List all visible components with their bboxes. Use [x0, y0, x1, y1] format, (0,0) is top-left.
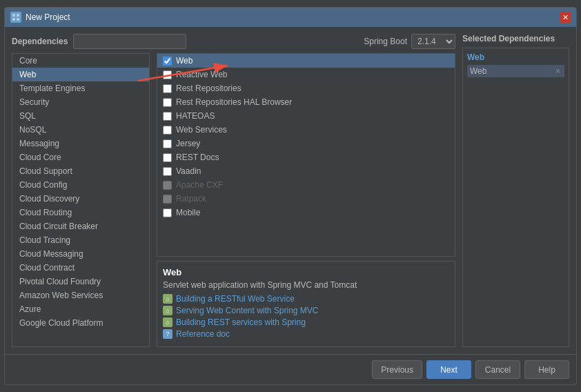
titlebar-title: New Project [26, 12, 70, 22]
option-item-reactive-web[interactable]: Reactive Web [157, 68, 455, 81]
option-label-rest-docs: REST Docs [176, 153, 219, 162]
dep-item-template-engines[interactable]: Template Engines [12, 81, 149, 95]
help-button[interactable]: Help [524, 360, 569, 379]
guide-icon: ⌂ [163, 317, 173, 327]
svg-rect-0 [12, 14, 15, 17]
spring-boot-select[interactable]: 2.1.42.1.32.0.91.5.19 [411, 34, 455, 49]
option-item-ratpack[interactable]: Ratpack [157, 192, 455, 206]
dep-item-cloud-discovery[interactable]: Cloud Discovery [12, 192, 149, 206]
checkbox-apache-cxf[interactable] [163, 181, 172, 190]
desc-link-2: ⌂Building REST services with Spring [163, 317, 449, 327]
selected-header: Selected Dependencies [462, 34, 569, 43]
option-label-rest-repositories-hal: Rest Repositories HAL Browser [176, 97, 292, 107]
checkbox-vaadin[interactable] [163, 167, 172, 176]
selected-dep-remove[interactable]: × [554, 66, 562, 76]
previous-button[interactable]: Previous [372, 360, 422, 379]
titlebar-left: New Project [10, 12, 70, 23]
selected-box: WebWeb× [462, 48, 569, 347]
option-label-reactive-web: Reactive Web [176, 70, 227, 79]
options-list[interactable]: WebReactive WebRest RepositoriesRest Rep… [157, 53, 455, 257]
middle-panel: Spring Boot 2.1.42.1.32.0.91.5.19 WebRea… [157, 34, 455, 347]
dep-item-cloud-contract[interactable]: Cloud Contract [12, 261, 149, 275]
checkbox-web[interactable] [163, 57, 172, 66]
option-item-mobile[interactable]: Mobile [157, 206, 455, 219]
right-panel: Selected Dependencies WebWeb× [462, 34, 569, 347]
checkbox-rest-repositories[interactable] [163, 84, 172, 93]
bottom-bar: Previous Next Cancel Help [5, 354, 576, 384]
dependencies-header: Dependencies [12, 34, 150, 49]
app-icon [10, 12, 21, 23]
link-1[interactable]: Serving Web Content with Spring MVC [176, 306, 319, 315]
desc-text: Servlet web application with Spring MVC … [163, 280, 449, 290]
dep-item-sql[interactable]: SQL [12, 109, 149, 123]
dep-item-cloud-config[interactable]: Cloud Config [12, 178, 149, 192]
next-button[interactable]: Next [426, 360, 471, 379]
checkbox-ratpack[interactable] [163, 195, 172, 204]
option-item-rest-repositories-hal[interactable]: Rest Repositories HAL Browser [157, 95, 455, 109]
dep-item-nosql[interactable]: NoSQL [12, 123, 149, 137]
dep-item-cloud-support[interactable]: Cloud Support [12, 164, 149, 178]
svg-rect-3 [17, 18, 19, 21]
dep-item-amazon-web-services[interactable]: Amazon Web Services [12, 288, 149, 302]
guide-icon: ⌂ [163, 294, 173, 304]
checkbox-hateoas[interactable] [163, 112, 172, 121]
dep-item-cloud-circuit-breaker[interactable]: Cloud Circuit Breaker [12, 219, 149, 233]
dep-item-cloud-core[interactable]: Cloud Core [12, 150, 149, 164]
checkbox-rest-repositories-hal[interactable] [163, 98, 172, 107]
link-0[interactable]: Building a RESTful Web Service [176, 294, 295, 304]
dep-item-cloud-messaging[interactable]: Cloud Messaging [12, 247, 149, 261]
option-label-web: Web [176, 56, 193, 66]
option-label-web-services: Web Services [176, 125, 227, 135]
selected-category-web: Web [467, 52, 564, 62]
checkbox-rest-docs[interactable] [163, 153, 172, 162]
option-label-apache-cxf: Apache CXF [176, 180, 223, 190]
dep-item-azure[interactable]: Azure [12, 302, 149, 316]
dep-item-security[interactable]: Security [12, 95, 149, 109]
titlebar: New Project ✕ [5, 8, 576, 27]
desc-link-3: ?Reference doc [163, 329, 449, 339]
option-label-hateoas: HATEOAS [176, 111, 215, 121]
ref-icon: ? [163, 329, 173, 339]
spring-boot-row: Spring Boot 2.1.42.1.32.0.91.5.19 [157, 34, 455, 49]
option-item-web[interactable]: Web [157, 54, 455, 68]
close-button[interactable]: ✕ [560, 12, 571, 23]
dep-item-cloud-routing[interactable]: Cloud Routing [12, 206, 149, 219]
deps-list[interactable]: CoreWebTemplate EnginesSecuritySQLNoSQLM… [12, 53, 150, 347]
spring-boot-label: Spring Boot [364, 37, 407, 46]
dep-item-core[interactable]: Core [12, 54, 149, 68]
desc-title: Web [163, 267, 449, 277]
left-panel: Dependencies CoreWebTemplate EnginesSecu… [12, 34, 150, 347]
link-2[interactable]: Building REST services with Spring [176, 317, 306, 327]
option-item-jersey[interactable]: Jersey [157, 137, 455, 150]
desc-link-0: ⌂Building a RESTful Web Service [163, 294, 449, 304]
dependencies-label: Dependencies [12, 37, 68, 46]
dep-item-google-cloud-platform[interactable]: Google Cloud Platform [12, 316, 149, 330]
option-item-vaadin[interactable]: Vaadin [157, 164, 455, 178]
svg-rect-1 [17, 14, 19, 17]
option-label-ratpack: Ratpack [176, 194, 206, 204]
option-label-rest-repositories: Rest Repositories [176, 84, 242, 93]
dep-item-pivotal-cloud-foundry[interactable]: Pivotal Cloud Foundry [12, 275, 149, 288]
dep-item-web[interactable]: Web [12, 68, 149, 81]
option-label-vaadin: Vaadin [176, 166, 201, 176]
checkbox-jersey[interactable] [163, 139, 172, 148]
desc-link-1: ⌂Serving Web Content with Spring MVC [163, 306, 449, 315]
option-item-web-services[interactable]: Web Services [157, 123, 455, 137]
checkbox-reactive-web[interactable] [163, 70, 172, 79]
checkbox-web-services[interactable] [163, 126, 172, 135]
option-label-mobile: Mobile [176, 208, 200, 217]
selected-dep-name: Web [470, 66, 486, 76]
link-3[interactable]: Reference doc [176, 329, 230, 339]
option-item-apache-cxf[interactable]: Apache CXF [157, 178, 455, 192]
new-project-dialog: New Project ✕ Dependencies CoreWebTempla… [4, 7, 577, 385]
description-box: Web Servlet web application with Spring … [157, 261, 455, 347]
cancel-button[interactable]: Cancel [475, 360, 520, 379]
option-item-rest-repositories[interactable]: Rest Repositories [157, 81, 455, 95]
dep-item-messaging[interactable]: Messaging [12, 137, 149, 150]
svg-rect-2 [12, 18, 15, 21]
checkbox-mobile[interactable] [163, 208, 172, 217]
dep-item-cloud-tracing[interactable]: Cloud Tracing [12, 233, 149, 247]
option-item-hateoas[interactable]: HATEOAS [157, 109, 455, 123]
main-content: Dependencies CoreWebTemplate EnginesSecu… [5, 27, 576, 354]
option-item-rest-docs[interactable]: REST Docs [157, 150, 455, 164]
